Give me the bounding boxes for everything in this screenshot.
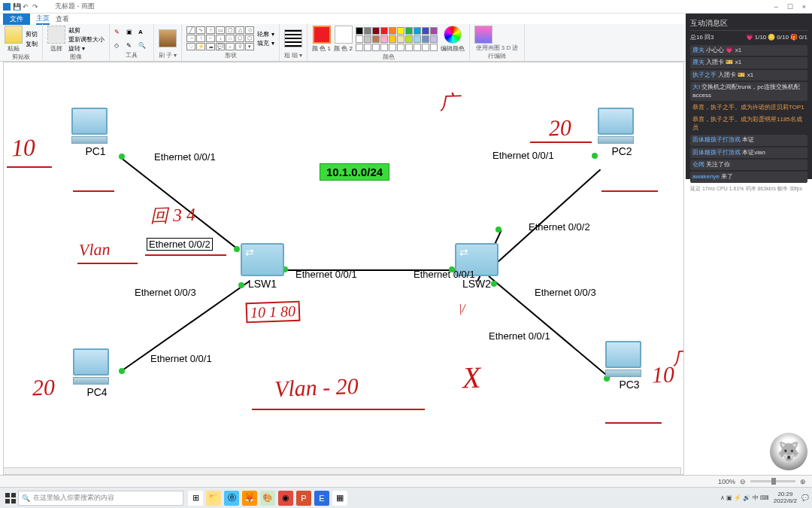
rotate-button[interactable]: 旋转 ▾: [68, 44, 105, 53]
shapes-label: 形状: [186, 51, 274, 59]
taskbar-search[interactable]: 🔍在这里输入你要搜索的内容: [18, 491, 183, 506]
fill-tool[interactable]: ▣: [126, 29, 137, 35]
subnet-label: 10.1.0.0/24: [320, 163, 389, 181]
color-swatch[interactable]: [414, 27, 421, 35]
pc2-device: PC2: [598, 108, 646, 157]
color1-button[interactable]: 颜 色 1: [312, 26, 331, 53]
color-swatch[interactable]: [422, 35, 429, 43]
color-swatch[interactable]: [372, 44, 380, 51]
zoom-out-button[interactable]: ⊖: [740, 478, 746, 485]
color-swatch[interactable]: [430, 27, 438, 35]
search-icon: 🔍: [22, 494, 30, 502]
color-swatch[interactable]: [372, 35, 380, 43]
color-swatch[interactable]: [430, 44, 438, 51]
color-palette[interactable]: [356, 27, 438, 51]
taskbar-app-ensp[interactable]: E: [314, 491, 329, 506]
hw-underline: [605, 422, 662, 424]
taskbar-clock[interactable]: 20:29 2022/6/2: [774, 491, 797, 505]
color-swatch[interactable]: [397, 44, 404, 51]
pc1-device: PC1: [71, 108, 120, 157]
zoom-level: 100%: [718, 478, 735, 485]
hw-tick: |/: [459, 302, 465, 315]
hw-underline: [7, 166, 52, 168]
hw-underline: [77, 263, 138, 264]
shape-outline-button[interactable]: 轮廓 ▾: [257, 30, 274, 38]
save-icon[interactable]: 💾: [13, 3, 20, 11]
picker-tool[interactable]: ✎: [126, 42, 137, 49]
color-swatch[interactable]: [414, 44, 421, 51]
color-swatch[interactable]: [422, 44, 429, 51]
color-swatch[interactable]: [372, 27, 380, 35]
undo-icon[interactable]: ↶: [23, 3, 30, 11]
copy-button[interactable]: 复制: [26, 40, 38, 48]
paste-button[interactable]: 粘贴: [5, 26, 23, 53]
pencil-tool[interactable]: ✎: [114, 29, 125, 35]
brush-button[interactable]: [159, 29, 177, 47]
taskbar-app-firefox[interactable]: 🦊: [242, 491, 257, 506]
color-swatch[interactable]: [389, 35, 396, 43]
chat-perf: 延迟 17ms CPU 1.61% 码率 863kb/s 帧率 30fps: [690, 185, 807, 193]
color-swatch[interactable]: [405, 27, 413, 35]
mascot-avatar: 🐺: [770, 433, 807, 470]
paint3d-button[interactable]: [474, 26, 492, 44]
taskbar-app-paint[interactable]: 🎨: [260, 491, 275, 506]
taskbar-app-explorer[interactable]: 📁: [206, 491, 221, 506]
tab-view[interactable]: 查看: [56, 14, 69, 24]
color-swatch[interactable]: [389, 27, 396, 35]
color-swatch[interactable]: [397, 35, 404, 43]
shapes-gallery[interactable]: ╱∿○▭▢△◇ →↑←↓☆⬠⬡ ♡⚡☁💬⬨◊▾: [186, 26, 254, 50]
colors-label: 颜色: [312, 53, 465, 61]
color-swatch[interactable]: [364, 44, 371, 51]
start-button[interactable]: [3, 491, 18, 506]
close-button[interactable]: ×: [802, 3, 806, 11]
lsw1-device: LSW1: [241, 243, 284, 290]
color-swatch[interactable]: [422, 27, 429, 35]
maximize-button[interactable]: ☐: [787, 3, 793, 11]
color-swatch[interactable]: [364, 35, 371, 43]
edit-colors-button[interactable]: 编辑颜色: [441, 26, 465, 53]
color-swatch[interactable]: [405, 35, 413, 43]
resize-button[interactable]: 重新调整大小: [68, 35, 105, 44]
color2-button[interactable]: 颜 色 2: [334, 26, 353, 53]
crop-button[interactable]: 裁剪: [68, 26, 105, 35]
shape-fill-button[interactable]: 填充 ▾: [257, 39, 274, 47]
text-tool[interactable]: A: [138, 29, 149, 35]
taskbar-app-edge[interactable]: ⓔ: [224, 491, 239, 506]
zoom-in-button[interactable]: ⊕: [800, 478, 806, 485]
color-swatch[interactable]: [397, 27, 404, 35]
hw-10-pc3: 10: [651, 361, 674, 388]
color-swatch[interactable]: [364, 27, 371, 35]
zoom-tool[interactable]: 🔍: [138, 42, 149, 49]
ribbon-size-group: 粗 细 ▾: [280, 24, 308, 61]
size-button[interactable]: [284, 29, 302, 47]
taskbar-app[interactable]: ⊞: [188, 491, 203, 506]
eraser-tool[interactable]: ◇: [114, 42, 125, 49]
color-swatch[interactable]: [356, 27, 363, 35]
taskbar-app-ppt[interactable]: P: [296, 491, 311, 506]
taskbar-app-other[interactable]: ▦: [332, 491, 347, 506]
notification-button[interactable]: 💬: [801, 494, 809, 501]
color-swatch[interactable]: [380, 35, 388, 43]
tray-icons[interactable]: ∧ ▣ ⚡ 🔊 中 ⌨: [720, 494, 769, 502]
tab-home[interactable]: 主页: [36, 14, 50, 25]
canvas-area[interactable]: PC1 PC2 PC3 PC4 LSW1 LSW2 10.1.0.0/24 Et…: [3, 62, 684, 475]
hw-vlan: Vlan: [79, 239, 111, 260]
minimize-button[interactable]: –: [774, 3, 778, 11]
chat-message: 面体糖孩子打游戏 本证vlan: [690, 148, 807, 158]
redo-icon[interactable]: ↷: [32, 3, 40, 11]
color-swatch[interactable]: [405, 44, 413, 51]
color-swatch[interactable]: [356, 35, 363, 43]
taskbar-app-red[interactable]: ◉: [278, 491, 293, 506]
port-label: Ethernet 0/0/2: [147, 238, 213, 251]
color-swatch[interactable]: [389, 44, 396, 51]
select-button[interactable]: 选择: [47, 26, 65, 53]
tab-file[interactable]: 文件: [3, 14, 30, 25]
color-swatch[interactable]: [380, 44, 388, 51]
color-swatch[interactable]: [356, 44, 363, 51]
color-swatch[interactable]: [430, 35, 438, 43]
color-swatch[interactable]: [380, 27, 388, 35]
zoom-slider[interactable]: [750, 480, 795, 482]
chat-message: 仑阔 关注了你: [690, 160, 807, 170]
cut-button[interactable]: 剪切: [26, 30, 38, 38]
color-swatch[interactable]: [414, 35, 421, 43]
